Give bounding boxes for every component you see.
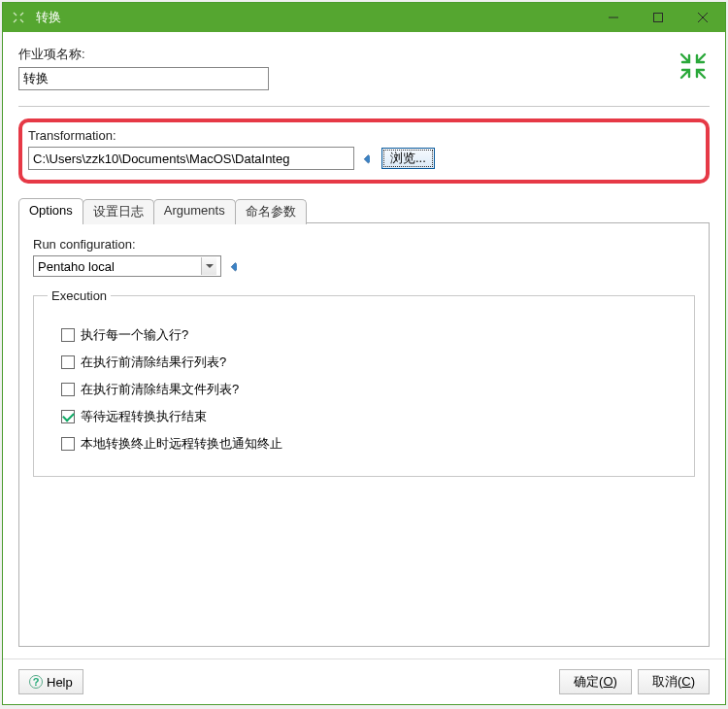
checkbox-label: 在执行前清除结果行列表? xyxy=(81,354,226,371)
checkbox-row: 执行每一个输入行? xyxy=(61,326,680,344)
maximize-button[interactable] xyxy=(636,3,680,32)
checkbox-row: 在执行前清除结果行列表? xyxy=(61,354,680,371)
checkbox-row: 等待远程转换执行结束 xyxy=(61,408,680,425)
browse-button[interactable]: 浏览... xyxy=(381,148,435,169)
collapse-icon[interactable] xyxy=(678,51,708,84)
tab-content-options: Run configuration: Pentaho local Executi… xyxy=(18,223,710,647)
tab-named-params[interactable]: 命名参数 xyxy=(235,199,307,224)
tab-log[interactable]: 设置日志 xyxy=(83,199,154,224)
svg-rect-1 xyxy=(654,14,663,22)
cancel-button[interactable]: 取消(C) xyxy=(638,669,710,694)
transformation-path-input[interactable] xyxy=(28,147,354,170)
help-icon: ? xyxy=(29,675,43,689)
tabs: Options 设置日志 Arguments 命名参数 xyxy=(18,197,710,223)
execution-legend: Execution xyxy=(48,288,111,303)
checkbox[interactable] xyxy=(61,355,75,369)
run-config-label: Run configuration: xyxy=(33,237,695,252)
variable-icon[interactable] xyxy=(358,152,370,164)
tab-area: Options 设置日志 Arguments 命名参数 Run configur… xyxy=(18,193,710,647)
job-name-label: 作业项名称: xyxy=(18,46,710,63)
help-button[interactable]: ? Help xyxy=(18,669,83,694)
dialog-body: 作业项名称: Transformation: 浏览... Options 设置日… xyxy=(3,32,725,658)
checkbox-label: 在执行前清除结果文件列表? xyxy=(81,381,239,398)
window-buttons xyxy=(591,3,725,32)
job-name-field: 作业项名称: xyxy=(18,46,710,90)
svg-rect-5 xyxy=(231,262,237,270)
run-config-value: Pentaho local xyxy=(38,259,115,274)
checkbox-label: 等待远程转换执行结束 xyxy=(81,408,207,425)
dialog-footer: ? Help 确定(O) 取消(C) xyxy=(3,658,725,704)
titlebar: 转换 xyxy=(3,3,725,32)
close-button[interactable] xyxy=(680,3,725,32)
transformation-highlight: Transformation: 浏览... xyxy=(18,118,710,184)
app-icon xyxy=(9,8,28,27)
checkbox[interactable] xyxy=(61,328,75,342)
checkbox-row: 本地转换终止时远程转换也通知终止 xyxy=(61,435,680,453)
dialog-window: 转换 作业项名称: Transformation: xyxy=(2,2,726,705)
checkbox[interactable] xyxy=(61,437,75,451)
checkbox-row: 在执行前清除结果文件列表? xyxy=(61,381,680,398)
ok-button[interactable]: 确定(O) xyxy=(559,669,632,694)
run-config-select[interactable]: Pentaho local xyxy=(33,255,221,277)
checkbox-label: 执行每一个输入行? xyxy=(81,326,188,344)
checkbox[interactable] xyxy=(61,410,75,423)
execution-group: Execution 执行每一个输入行?在执行前清除结果行列表?在执行前清除结果文… xyxy=(33,288,695,477)
minimize-button[interactable] xyxy=(591,3,636,32)
job-name-input[interactable] xyxy=(18,67,269,90)
checkbox-label: 本地转换终止时远程转换也通知终止 xyxy=(81,435,282,453)
svg-rect-4 xyxy=(364,154,370,162)
chevron-down-icon xyxy=(201,257,216,275)
separator xyxy=(18,106,710,107)
transformation-label: Transformation: xyxy=(28,128,696,143)
help-label: Help xyxy=(47,675,73,690)
variable-icon[interactable] xyxy=(225,260,237,272)
titlebar-title: 转换 xyxy=(34,9,591,26)
tab-arguments[interactable]: Arguments xyxy=(153,199,236,224)
checkbox[interactable] xyxy=(61,383,75,396)
tab-options[interactable]: Options xyxy=(18,198,83,223)
